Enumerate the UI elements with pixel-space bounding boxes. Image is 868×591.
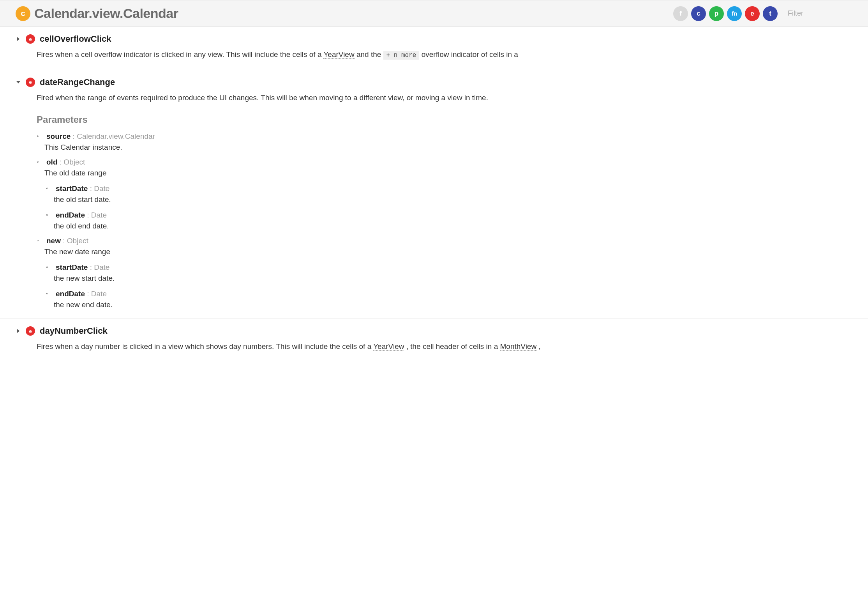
- filter-pill-events[interactable]: e: [745, 6, 760, 21]
- param-type: : Object: [61, 237, 88, 245]
- param-old: old : Object The old date range startDat…: [37, 158, 852, 230]
- param-source: source : Calendar.view.Calendar This Cal…: [37, 132, 852, 152]
- member-header[interactable]: e dateRangeChange: [16, 77, 852, 87]
- param-old-startDate: startDate : Date the old start date.: [46, 184, 852, 204]
- desc-text: Fires when a cell overflow indicator is …: [37, 50, 323, 58]
- parameters-heading: Parameters: [37, 114, 852, 125]
- header-left: c Calendar.view.Calendar: [16, 6, 178, 21]
- member-name: dateRangeChange: [40, 77, 115, 87]
- param-new-endDate: endDate : Date the new end date.: [46, 290, 852, 309]
- param-type: : Date: [88, 184, 109, 193]
- parameters-list: source : Calendar.view.Calendar This Cal…: [37, 132, 852, 309]
- param-description: The new date range: [44, 248, 852, 256]
- member-name: dayNumberClick: [40, 326, 108, 336]
- event-icon: e: [26, 326, 35, 336]
- filter-input[interactable]: [786, 7, 852, 20]
- param-description: the old end date.: [54, 222, 852, 230]
- param-description: This Calendar instance.: [44, 143, 852, 152]
- desc-text: Fires when a day number is clicked in a …: [37, 342, 373, 350]
- member-description: Fires when a cell overflow indicator is …: [37, 49, 852, 60]
- member-header[interactable]: e dayNumberClick: [16, 326, 852, 336]
- param-name: new: [46, 237, 61, 245]
- member-name: cellOverflowClick: [40, 34, 111, 44]
- event-icon: e: [26, 34, 35, 44]
- class-icon: c: [16, 6, 30, 21]
- param-type: : Date: [85, 290, 107, 298]
- param-description: the new end date.: [54, 301, 852, 309]
- param-description: the new start date.: [54, 274, 852, 283]
- param-name: source: [46, 132, 71, 140]
- link-yearview[interactable]: YearView: [373, 342, 404, 351]
- member-dateRangeChange: e dateRangeChange Fired when the range o…: [0, 70, 868, 319]
- param-name: endDate: [56, 211, 85, 219]
- param-description: The old date range: [44, 169, 852, 177]
- filter-pill-properties[interactable]: p: [709, 6, 724, 21]
- event-icon: e: [26, 78, 35, 87]
- param-description: the old start date.: [54, 195, 852, 204]
- sub-params: startDate : Date the new start date. end…: [46, 263, 852, 309]
- member-description: Fires when a day number is clicked in a …: [37, 341, 852, 352]
- page-header: c Calendar.view.Calendar f c p fn e t: [0, 0, 868, 27]
- chevron-right-icon[interactable]: [16, 37, 21, 41]
- param-name: startDate: [56, 263, 88, 271]
- param-name: endDate: [56, 290, 85, 298]
- filter-wrap: [786, 7, 852, 20]
- filter-pill-functions[interactable]: fn: [727, 6, 742, 21]
- member-dayNumberClick: e dayNumberClick Fires when a day number…: [0, 319, 868, 362]
- link-yearview[interactable]: YearView: [323, 50, 354, 59]
- chevron-right-icon[interactable]: [16, 329, 21, 333]
- param-name: startDate: [56, 184, 88, 193]
- member-list: e cellOverflowClick Fires when a cell ov…: [0, 27, 868, 362]
- desc-text: , the cell header of cells in a: [406, 342, 500, 350]
- filter-pill-typedefs[interactable]: t: [763, 6, 778, 21]
- page-title: Calendar.view.Calendar: [34, 6, 178, 21]
- desc-text: and the: [356, 50, 383, 58]
- param-name: old: [46, 158, 58, 166]
- link-monthview[interactable]: MonthView: [500, 342, 537, 351]
- filter-pill-configs[interactable]: c: [691, 6, 706, 21]
- param-type: : Date: [85, 211, 107, 219]
- member-cellOverflowClick: e cellOverflowClick Fires when a cell ov…: [0, 27, 868, 70]
- param-type: : Date: [88, 263, 109, 271]
- param-new-startDate: startDate : Date the new start date.: [46, 263, 852, 283]
- param-type: : Object: [58, 158, 85, 166]
- param-new: new : Object The new date range startDat…: [37, 237, 852, 309]
- param-old-endDate: endDate : Date the old end date.: [46, 211, 852, 230]
- member-header[interactable]: e cellOverflowClick: [16, 34, 852, 44]
- param-type: : Calendar.view.Calendar: [71, 132, 155, 140]
- header-right: f c p fn e t: [673, 6, 852, 21]
- sub-params: startDate : Date the old start date. end…: [46, 184, 852, 230]
- desc-text: overflow indicator of cells in a: [422, 50, 518, 58]
- inline-code: + n more: [383, 51, 420, 60]
- filter-pill-fields[interactable]: f: [673, 6, 688, 21]
- desc-text: ,: [538, 342, 540, 350]
- chevron-down-icon[interactable]: [16, 80, 21, 84]
- member-description: Fired when the range of events required …: [37, 92, 852, 103]
